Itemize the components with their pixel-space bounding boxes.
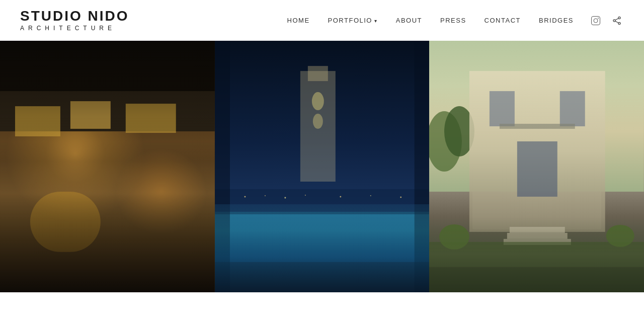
svg-rect-33 (560, 91, 585, 126)
nav-item-press[interactable]: PRESS (431, 13, 475, 28)
logo[interactable]: STUDIO NIDO ARCHITECTURE (20, 9, 129, 32)
gallery-image-3 (429, 41, 644, 292)
svg-point-16 (313, 114, 323, 129)
gallery-svg-1 (0, 41, 215, 292)
svg-line-3 (615, 18, 618, 20)
gallery-svg-3 (429, 41, 644, 292)
main-nav: HOME PORTFOLIO ABOUT PRESS CONTACT BRIDG… (278, 13, 624, 28)
gallery-image-1 (0, 41, 215, 292)
svg-point-21 (284, 197, 286, 198)
logo-subtitle: ARCHITECTURE (20, 25, 116, 32)
svg-point-40 (439, 224, 469, 250)
svg-rect-37 (507, 233, 568, 239)
svg-point-41 (606, 225, 634, 247)
svg-point-25 (400, 196, 401, 198)
svg-rect-34 (517, 141, 557, 197)
svg-rect-38 (504, 239, 571, 245)
svg-point-23 (340, 196, 341, 197)
svg-rect-11 (0, 41, 215, 292)
gallery-image-2 (215, 41, 430, 292)
main-gallery (0, 41, 644, 292)
svg-rect-32 (490, 91, 515, 126)
svg-rect-17 (215, 212, 430, 262)
gallery-item-3[interactable] (429, 41, 644, 292)
share-icon-button[interactable] (610, 14, 624, 28)
logo-title: STUDIO NIDO (20, 9, 129, 23)
nav-social-icons (589, 14, 624, 28)
svg-point-1 (618, 22, 620, 24)
svg-line-4 (615, 21, 618, 23)
svg-point-2 (613, 20, 615, 22)
svg-rect-36 (510, 227, 565, 233)
gallery-item-2[interactable] (215, 41, 430, 292)
svg-point-19 (244, 196, 246, 197)
svg-rect-26 (215, 41, 230, 292)
svg-point-0 (618, 17, 620, 19)
nav-item-portfolio[interactable]: PORTFOLIO (319, 13, 387, 28)
svg-point-24 (370, 195, 371, 196)
nav-item-bridges[interactable]: BRIDGES (530, 13, 583, 28)
svg-point-22 (305, 195, 306, 196)
nav-item-about[interactable]: ABOUT (387, 13, 431, 28)
instagram-icon (591, 16, 600, 25)
svg-point-15 (312, 92, 324, 110)
nav-item-contact[interactable]: CONTACT (475, 13, 530, 28)
svg-rect-27 (414, 41, 429, 292)
svg-rect-18 (215, 189, 430, 214)
svg-rect-14 (308, 66, 328, 81)
share-icon (612, 16, 621, 25)
svg-rect-39 (429, 242, 644, 292)
gallery-svg-2 (215, 41, 430, 292)
gallery-item-1[interactable] (0, 41, 215, 292)
svg-rect-35 (500, 124, 575, 129)
site-header: STUDIO NIDO ARCHITECTURE HOME PORTFOLIO … (0, 0, 644, 41)
nav-item-home[interactable]: HOME (278, 13, 319, 28)
instagram-icon-button[interactable] (589, 14, 603, 28)
svg-point-20 (265, 195, 266, 196)
svg-rect-42 (429, 267, 644, 292)
